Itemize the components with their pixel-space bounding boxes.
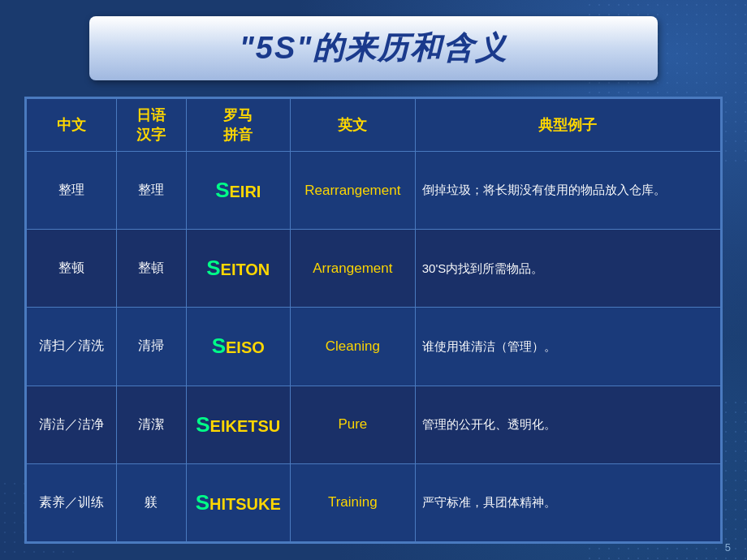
header-romanji-line2: 拼音 [223,127,253,143]
table-row: 素养／训练躾SHITSUKETraining严守标准，具团体精神。 [27,463,721,541]
cell-english-0: Rearrangement [290,152,415,230]
table-body: 整理整理SEIRIRearrangement倒掉垃圾；将长期没有使用的物品放入仓… [27,152,721,542]
table-row: 整顿整頓SEITONArrangement30'S内找到所需物品。 [27,230,721,308]
romanji-rest-1: EITON [221,261,270,278]
table-row: 清扫／清洗清掃SEISOCleaning谁使用谁清洁（管理）。 [27,308,721,386]
cell-example-0: 倒掉垃圾；将长期没有使用的物品放入仓库。 [415,152,720,230]
table-row: 清洁／洁净清潔SEIKETSUPure管理的公开化、透明化。 [27,386,721,463]
cell-example-3: 管理的公开化、透明化。 [415,386,720,463]
romanji-rest-4: HITSUKE [209,495,281,513]
header-japanese-line1: 日语 [136,107,166,123]
romanji-big-s-4: S [196,490,209,515]
cell-japanese-2: 清掃 [117,308,187,386]
romanji-big-s-3: S [196,412,209,437]
5s-table: 中文 日语 汉字 罗马 拼音 英文 典型例子 整理整理SEIRIRearrang… [26,98,721,542]
header-japanese-line2: 汉字 [136,127,166,143]
cell-romanji-3: SEIKETSU [186,386,290,463]
header-example: 典型例子 [415,99,720,152]
cell-romanji-2: SEISO [186,308,290,386]
romanji-rest-3: EIKETSU [210,417,281,435]
header-romanji-line1: 罗马 [223,107,253,123]
cell-japanese-0: 整理 [117,152,187,230]
cell-chinese-4: 素养／训练 [27,463,117,541]
cell-japanese-1: 整頓 [117,230,187,308]
table-header-row: 中文 日语 汉字 罗马 拼音 英文 典型例子 [27,99,721,152]
romanji-rest-0: EIRI [229,183,261,200]
cell-example-2: 谁使用谁清洁（管理）。 [415,308,720,386]
header-chinese: 中文 [27,99,117,152]
romanji-big-s-2: S [212,334,226,358]
table-row: 整理整理SEIRIRearrangement倒掉垃圾；将长期没有使用的物品放入仓… [27,152,721,230]
page: "5S"的来历和含义 中文 日语 汉字 罗马 [0,0,747,560]
cell-chinese-1: 整顿 [27,230,117,308]
cell-romanji-1: SEITON [186,230,290,308]
cell-english-3: Pure [290,386,415,463]
header-japanese: 日语 汉字 [117,99,187,152]
cell-english-1: Arrangement [290,230,415,308]
cell-romanji-0: SEIRI [186,152,290,230]
main-table-container: 中文 日语 汉字 罗马 拼音 英文 典型例子 整理整理SEIRIRearrang… [24,97,723,544]
cell-japanese-3: 清潔 [117,386,187,463]
cell-chinese-3: 清洁／洁净 [27,386,117,463]
romanji-big-s-0: S [215,178,229,202]
header-english: 英文 [290,99,415,152]
cell-english-4: Training [290,463,415,541]
cell-example-4: 严守标准，具团体精神。 [415,463,720,541]
romanji-big-s-1: S [206,256,220,280]
cell-japanese-4: 躾 [117,463,187,541]
cell-chinese-0: 整理 [27,152,117,230]
page-title: "5S"的来历和含义 [240,31,508,65]
header-romanji: 罗马 拼音 [186,99,290,152]
title-banner: "5S"的来历和含义 [89,16,658,80]
page-number: 5 [725,541,731,554]
cell-chinese-2: 清扫／清洗 [27,308,117,386]
romanji-rest-2: EISO [226,338,265,356]
cell-romanji-4: SHITSUKE [186,463,290,541]
cell-english-2: Cleaning [290,308,415,386]
cell-example-1: 30'S内找到所需物品。 [415,230,720,308]
